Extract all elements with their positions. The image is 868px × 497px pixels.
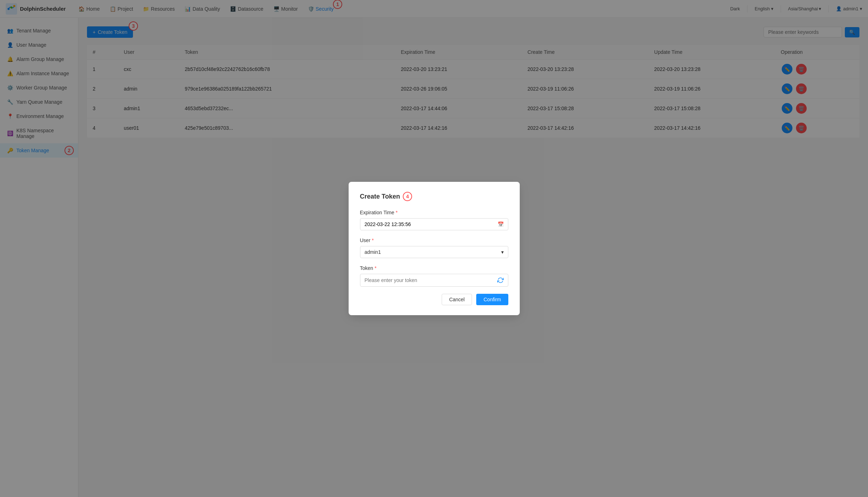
expiration-time-label: Expiration Time *: [360, 210, 508, 215]
calendar-icon[interactable]: 📅: [498, 221, 504, 227]
token-field: Token *: [360, 265, 508, 287]
expiration-time-field: Expiration Time * 📅: [360, 210, 508, 230]
token-input-wrapper: [360, 274, 508, 287]
user-label: User *: [360, 237, 508, 243]
create-token-modal: Create Token 4 Expiration Time * 📅 User …: [349, 182, 520, 315]
required-indicator: *: [375, 265, 376, 271]
cancel-button[interactable]: Cancel: [442, 294, 472, 305]
token-input[interactable]: [365, 277, 494, 283]
generate-token-button[interactable]: [497, 277, 504, 283]
confirm-button[interactable]: Confirm: [476, 294, 508, 305]
required-indicator: *: [372, 237, 374, 243]
chevron-down-icon: ▾: [501, 249, 504, 255]
expiration-time-input[interactable]: [365, 221, 498, 227]
modal-footer: Cancel Confirm: [360, 294, 508, 305]
user-select[interactable]: admin1 ▾: [360, 246, 508, 258]
expiration-time-input-wrapper: 📅: [360, 218, 508, 230]
user-field: User * admin1 ▾: [360, 237, 508, 258]
required-indicator: *: [396, 210, 397, 215]
modal-title: Create Token 4: [360, 192, 508, 201]
modal-overlay[interactable]: Create Token 4 Expiration Time * 📅 User …: [0, 0, 868, 497]
token-label: Token *: [360, 265, 508, 271]
step-badge-4: 4: [403, 192, 412, 201]
